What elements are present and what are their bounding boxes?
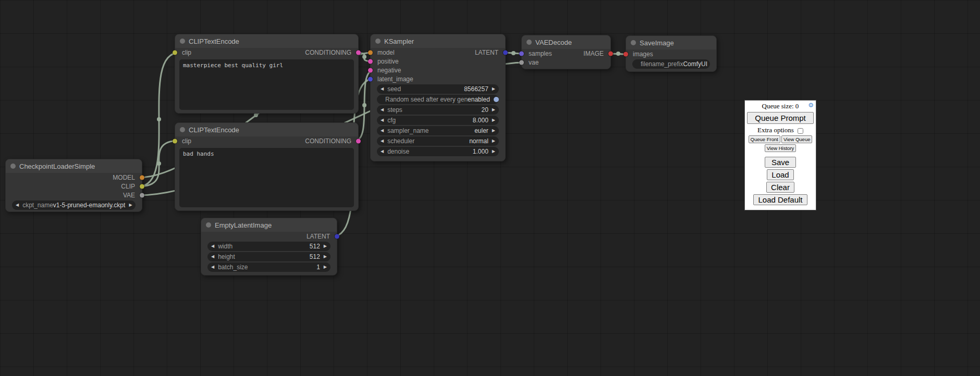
widget-value: 1.000 xyxy=(473,148,488,155)
increment-icon[interactable]: ▶ xyxy=(129,203,132,207)
decrement-icon[interactable]: ◀ xyxy=(381,118,384,122)
input-slot-images[interactable] xyxy=(623,52,628,56)
input-slot-label: images xyxy=(633,51,653,58)
output-slot-latent[interactable] xyxy=(503,50,508,55)
increment-icon[interactable]: ▶ xyxy=(492,118,495,122)
decrement-icon[interactable]: ◀ xyxy=(381,139,384,143)
increment-icon[interactable]: ▶ xyxy=(492,108,495,112)
decrement-icon[interactable]: ◀ xyxy=(381,87,384,91)
node-title: EmptyLatentImage xyxy=(215,221,272,229)
decrement-icon[interactable]: ◀ xyxy=(381,129,384,133)
widget-label: ckpt_name xyxy=(22,202,53,209)
widget-steps[interactable]: ◀ steps 20 ▶ xyxy=(377,105,499,115)
widget-label: batch_size xyxy=(218,264,248,271)
node-title-bar[interactable]: CLIPTextEncode xyxy=(175,123,358,136)
input-slot-clip[interactable] xyxy=(173,50,177,55)
output-slot-label: VAE xyxy=(123,192,135,199)
widget-height[interactable]: ◀ height 512 ▶ xyxy=(207,252,330,261)
input-slot-positive[interactable] xyxy=(368,59,373,64)
widget-filename-prefix[interactable]: filename_prefix ComfyUI xyxy=(632,59,710,69)
widget-width[interactable]: ◀ width 512 ▶ xyxy=(207,242,330,251)
collapse-dot-icon[interactable] xyxy=(631,40,636,45)
node-checkpoint-loader-simple[interactable]: CheckpointLoaderSimple MODEL CLIP VAE ◀ … xyxy=(5,159,142,212)
node-title-bar[interactable]: SaveImage xyxy=(626,36,716,49)
queue-size-row: Queue size: 0 ⚙ xyxy=(747,102,814,111)
decrement-icon[interactable]: ◀ xyxy=(211,244,214,248)
input-slot-clip[interactable] xyxy=(173,139,177,143)
output-slot-vae[interactable] xyxy=(140,193,144,197)
clear-button[interactable]: Clear xyxy=(766,182,794,193)
output-slot-conditioning[interactable] xyxy=(356,139,361,143)
toggle-indicator-icon[interactable] xyxy=(494,97,499,102)
input-slot-model[interactable] xyxy=(368,50,373,55)
increment-icon[interactable]: ▶ xyxy=(324,244,327,248)
increment-icon[interactable]: ▶ xyxy=(324,265,327,269)
widget-ckpt-name[interactable]: ◀ ckpt_name v1-5-pruned-emaonly.ckpt ▶ xyxy=(12,200,136,210)
widget-seed[interactable]: ◀ seed 8566257 ▶ xyxy=(377,84,499,94)
increment-icon[interactable]: ▶ xyxy=(492,139,495,143)
extra-options-label: Extra options xyxy=(757,126,794,134)
input-slot-label: model xyxy=(377,49,395,56)
input-slot-negative[interactable] xyxy=(368,68,373,72)
increment-icon[interactable]: ▶ xyxy=(492,149,495,154)
save-button[interactable]: Save xyxy=(765,157,796,168)
widget-sampler-name[interactable]: ◀ sampler_name euler ▶ xyxy=(377,126,499,135)
input-slot-samples[interactable] xyxy=(519,51,524,56)
node-clip-text-encode-positive[interactable]: CLIPTextEncode clip CONDITIONING masterp… xyxy=(175,34,359,114)
input-slot-vae[interactable] xyxy=(519,60,524,65)
output-slot-latent[interactable] xyxy=(335,234,339,239)
decrement-icon[interactable]: ◀ xyxy=(16,203,19,207)
widget-scheduler[interactable]: ◀ scheduler normal ▶ xyxy=(377,136,499,146)
widget-label: cfg xyxy=(387,117,396,124)
output-slot-clip[interactable] xyxy=(140,184,144,189)
collapse-dot-icon[interactable] xyxy=(10,164,16,169)
node-ksampler[interactable]: KSampler model LATENT positive negative … xyxy=(370,34,506,161)
decrement-icon[interactable]: ◀ xyxy=(381,149,384,154)
queue-prompt-button[interactable]: Queue Prompt xyxy=(747,112,814,124)
output-slot-image[interactable] xyxy=(608,51,613,56)
input-slot-latent-image[interactable] xyxy=(368,77,373,81)
node-title-bar[interactable]: EmptyLatentImage xyxy=(201,218,337,232)
node-title-bar[interactable]: CLIPTextEncode xyxy=(175,34,358,48)
collapse-dot-icon[interactable] xyxy=(180,39,185,44)
increment-icon[interactable]: ▶ xyxy=(492,129,495,133)
prompt-text-area[interactable]: masterpiece best quality girl xyxy=(179,59,354,110)
widget-label: sampler_name xyxy=(387,127,428,134)
decrement-icon[interactable]: ◀ xyxy=(211,255,214,259)
output-slot-model[interactable] xyxy=(140,175,144,180)
widget-value: enabled xyxy=(468,96,490,103)
load-default-button[interactable]: Load Default xyxy=(753,194,807,205)
queue-buttons-row: Queue Front View Queue xyxy=(747,135,814,143)
settings-gear-icon[interactable]: ⚙ xyxy=(808,102,814,109)
increment-icon[interactable]: ▶ xyxy=(492,87,495,91)
node-clip-text-encode-negative[interactable]: CLIPTextEncode clip CONDITIONING bad han… xyxy=(175,122,359,211)
decrement-icon[interactable]: ◀ xyxy=(211,265,214,269)
output-slot-conditioning[interactable] xyxy=(356,50,361,55)
widget-denoise[interactable]: ◀ denoise 1.000 ▶ xyxy=(377,147,499,156)
queue-front-button[interactable]: Queue Front xyxy=(749,135,780,143)
collapse-dot-icon[interactable] xyxy=(180,127,185,132)
widget-label: filename_prefix xyxy=(641,60,683,68)
node-vae-decode[interactable]: VAEDecode samples IMAGE vae xyxy=(521,35,611,69)
widget-cfg[interactable]: ◀ cfg 8.000 ▶ xyxy=(377,116,499,125)
collapse-dot-icon[interactable] xyxy=(526,40,532,45)
collapse-dot-icon[interactable] xyxy=(206,222,211,228)
increment-icon[interactable]: ▶ xyxy=(324,255,327,259)
prompt-text-area[interactable]: bad hands xyxy=(179,148,354,207)
load-button[interactable]: Load xyxy=(767,169,793,180)
slot-row: negative xyxy=(371,66,505,74)
view-history-button[interactable]: View History xyxy=(765,144,797,152)
widget-batch-size[interactable]: ◀ batch_size 1 ▶ xyxy=(207,262,330,272)
node-title-bar[interactable]: KSampler xyxy=(371,34,505,48)
node-title-bar[interactable]: CheckpointLoaderSimple xyxy=(6,159,142,173)
extra-options-checkbox[interactable] xyxy=(798,128,803,134)
node-save-image[interactable]: SaveImage images filename_prefix ComfyUI xyxy=(626,35,717,72)
node-title: CLIPTextEncode xyxy=(189,126,239,134)
view-queue-button[interactable]: View Queue xyxy=(781,135,813,143)
output-slot-label: LATENT xyxy=(307,233,330,240)
widget-random-seed-toggle[interactable]: Random seed after every gen enabled xyxy=(377,95,499,104)
collapse-dot-icon[interactable] xyxy=(375,39,381,44)
decrement-icon[interactable]: ◀ xyxy=(381,108,384,112)
node-title-bar[interactable]: VAEDecode xyxy=(522,35,610,49)
node-empty-latent-image[interactable]: EmptyLatentImage LATENT ◀ width 512 ▶ ◀ … xyxy=(201,218,337,275)
